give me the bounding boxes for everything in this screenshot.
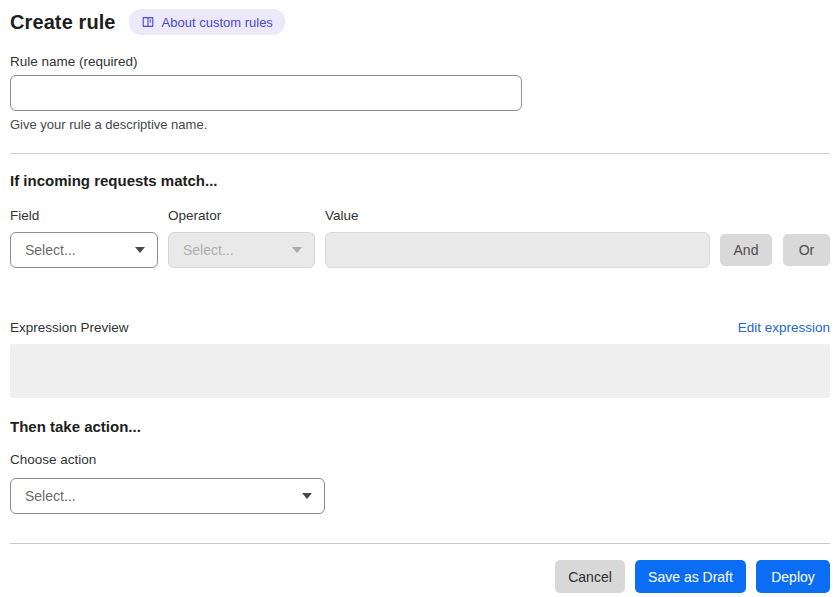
page-header: Create rule About custom rules xyxy=(10,9,830,35)
deploy-button[interactable]: Deploy xyxy=(756,560,830,593)
value-label: Value xyxy=(325,208,830,223)
match-controls-row: Select... Select... And Or xyxy=(10,232,830,268)
book-icon xyxy=(141,15,155,29)
rule-name-section: Rule name (required) Give your rule a de… xyxy=(10,54,830,132)
save-as-draft-button[interactable]: Save as Draft xyxy=(635,560,746,593)
field-select[interactable]: Select... xyxy=(10,232,158,268)
expression-preview-label: Expression Preview xyxy=(10,320,129,335)
rule-name-helper-text: Give your rule a descriptive name. xyxy=(10,117,830,132)
operator-select-value: Select... xyxy=(183,242,234,258)
about-custom-rules-badge[interactable]: About custom rules xyxy=(129,9,285,35)
and-button[interactable]: And xyxy=(720,234,772,266)
chevron-down-icon xyxy=(302,493,312,499)
field-label: Field xyxy=(10,208,168,223)
edit-expression-link[interactable]: Edit expression xyxy=(738,320,830,335)
page-title: Create rule xyxy=(10,9,116,35)
create-rule-page: Create rule About custom rules Rule name… xyxy=(0,0,839,593)
field-select-value: Select... xyxy=(25,242,76,258)
badge-label: About custom rules xyxy=(162,16,273,29)
operator-select: Select... xyxy=(168,232,315,268)
choose-action-label: Choose action xyxy=(10,452,830,467)
section-divider xyxy=(10,153,830,154)
action-select[interactable]: Select... xyxy=(10,478,325,514)
footer-actions: Cancel Save as Draft Deploy xyxy=(10,560,830,593)
match-section-heading: If incoming requests match... xyxy=(10,172,830,190)
chevron-down-icon xyxy=(292,247,302,253)
rule-name-input[interactable] xyxy=(10,75,522,111)
chevron-down-icon xyxy=(135,247,145,253)
match-labels-row: Field Operator Value xyxy=(10,208,830,223)
rule-name-label: Rule name (required) xyxy=(10,54,830,69)
expression-preview-box xyxy=(10,344,830,398)
footer-divider xyxy=(10,543,830,544)
expression-header-row: Expression Preview Edit expression xyxy=(10,320,830,335)
cancel-button[interactable]: Cancel xyxy=(555,560,625,593)
or-button[interactable]: Or xyxy=(783,234,830,266)
operator-label: Operator xyxy=(168,208,325,223)
action-select-value: Select... xyxy=(25,488,76,504)
value-input xyxy=(325,232,710,268)
action-section-heading: Then take action... xyxy=(10,418,830,436)
